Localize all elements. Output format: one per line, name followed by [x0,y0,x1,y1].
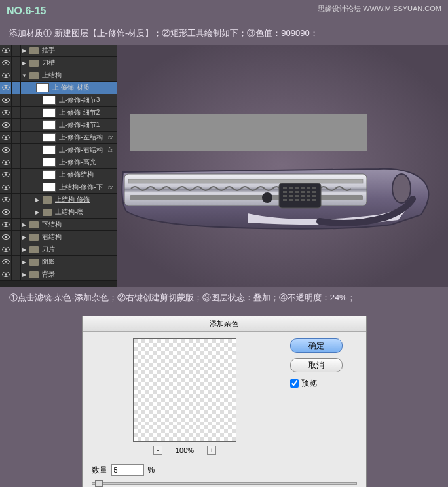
svg-rect-61 [283,199,287,201]
svg-rect-40 [130,195,363,200]
expand-arrow-icon[interactable]: ▶ [21,259,28,265]
visibility-icon[interactable] [0,107,12,118]
expand-arrow-icon[interactable]: ▶ [21,222,28,228]
expand-arrow-icon[interactable]: ▶ [21,272,28,278]
expand-arrow-icon[interactable]: ▶ [21,234,28,240]
instruction-2: ①点击滤镜-杂色-添加杂色；②右键创建剪切蒙版；③图层状态：叠加；④不透明度：2… [0,287,448,309]
svg-point-17 [5,149,7,151]
svg-point-37 [5,273,7,276]
layer-row[interactable]: 上-修饰-左结构fx [0,132,117,144]
svg-rect-43 [283,187,287,189]
layer-row[interactable]: 上-修饰-细节3 [0,94,117,107]
visibility-icon[interactable] [0,94,12,106]
layer-row[interactable]: ▶背景 [0,268,117,281]
layer-label: 上-修饰-右结构 [59,145,103,154]
expand-arrow-icon[interactable]: ▶ [21,247,28,253]
visibility-icon[interactable] [0,219,12,230]
svg-point-31 [5,236,7,238]
layer-row[interactable]: ▶右结构 [0,231,117,244]
expand-arrow-icon[interactable]: ▶ [34,197,41,203]
layer-label: 上-修饰-细节1 [59,120,100,130]
svg-point-41 [262,192,272,203]
visibility-icon[interactable] [0,194,12,206]
svg-rect-39 [128,179,363,183]
layer-row[interactable]: 上-修饰-细节1 [0,119,117,132]
layer-row[interactable]: 上-修饰-细节2 [0,107,117,119]
visibility-icon[interactable] [0,268,12,280]
layer-row[interactable]: 上结构-修饰-下fx [0,181,117,194]
layer-row[interactable]: ▶下结构 [0,219,117,231]
layer-label: 上结构-修饰-下 [59,183,103,192]
zoom-in-button[interactable]: + [207,446,216,455]
layer-thumbnail [43,158,56,167]
knife-illustration [117,136,444,234]
zoom-value: 100% [176,446,194,454]
folder-icon [29,72,39,79]
svg-rect-52 [301,191,305,193]
layer-row[interactable]: ▼上结构 [0,69,117,82]
layer-label: 右结构 [42,232,62,242]
expand-arrow-icon[interactable]: ▶ [21,60,28,66]
layers-panel[interactable]: ▶推手▶刀槽▼上结构上-修饰-材质上-修饰-细节3上-修饰-细节2上-修饰-细节… [0,45,117,287]
expand-arrow-icon[interactable]: ▶ [21,48,28,54]
svg-rect-55 [283,195,287,197]
expand-arrow-icon[interactable]: ▼ [21,73,28,79]
preview-checkbox[interactable] [290,379,299,388]
svg-rect-62 [289,199,293,201]
visibility-icon[interactable] [0,156,12,168]
layer-row[interactable]: ▶阴影 [0,256,117,268]
layer-row[interactable]: 上-修饰-高光 [0,156,117,169]
folder-icon [29,246,39,253]
svg-point-15 [5,136,7,139]
layer-label: 上结构 [42,71,62,80]
visibility-icon[interactable] [0,181,12,193]
visibility-icon[interactable] [0,57,12,69]
visibility-icon[interactable] [0,45,12,56]
svg-rect-49 [283,191,287,193]
svg-point-3 [5,62,7,64]
visibility-icon[interactable] [0,144,12,156]
layer-row[interactable]: ▶刀片 [0,244,117,256]
layer-label: 上-修饰-高光 [59,158,96,167]
visibility-icon[interactable] [0,69,12,81]
fx-badge[interactable]: fx [108,134,113,141]
step-number: NO.6-15 [7,5,46,17]
visibility-icon[interactable] [0,256,12,268]
layer-row[interactable]: 上-修饰-材质 [0,82,117,94]
layer-row[interactable]: ▶刀槽 [0,57,117,69]
cancel-button[interactable]: 取消 [290,358,343,372]
layer-label: 上-修饰-细节2 [59,108,100,117]
visibility-icon[interactable] [0,244,12,255]
amount-slider[interactable] [92,482,357,485]
visibility-icon[interactable] [0,231,12,243]
layer-label: 上结构-修饰 [55,195,90,204]
layer-thumbnail [43,96,56,105]
layer-row[interactable]: ▶上结构-底 [0,206,117,219]
layer-label: 上结构-底 [55,207,83,217]
visibility-icon[interactable] [0,119,12,131]
fx-badge[interactable]: fx [108,184,113,190]
folder-icon [29,47,39,54]
svg-rect-51 [295,191,299,193]
visibility-icon[interactable] [0,169,12,181]
svg-point-25 [5,198,7,201]
svg-point-11 [5,111,7,114]
svg-point-67 [392,174,411,203]
visibility-icon[interactable] [0,206,12,218]
layer-row[interactable]: ▶推手 [0,45,117,57]
visibility-icon[interactable] [0,82,12,94]
noise-preview [133,338,236,442]
watermark: 思缘设计论坛 WWW.MISSYUAN.COM [318,4,441,14]
svg-rect-53 [307,191,310,193]
expand-arrow-icon[interactable]: ▶ [34,209,41,215]
layer-row[interactable]: 上-修饰-右结构fx [0,144,117,156]
amount-input[interactable] [111,464,144,476]
layer-label: 上-修饰结构 [59,170,94,179]
layer-row[interactable]: 上-修饰结构 [0,169,117,181]
zoom-out-button[interactable]: - [153,446,162,455]
fx-badge[interactable]: fx [108,147,113,153]
instruction-1: 添加材质① 新建图层【上-修饰-材质】；②矩形工具绘制如下；③色值：909090… [0,22,448,45]
ok-button[interactable]: 确定 [290,338,343,353]
layer-row[interactable]: ▶上结构-修饰 [0,194,117,206]
visibility-icon[interactable] [0,132,12,143]
